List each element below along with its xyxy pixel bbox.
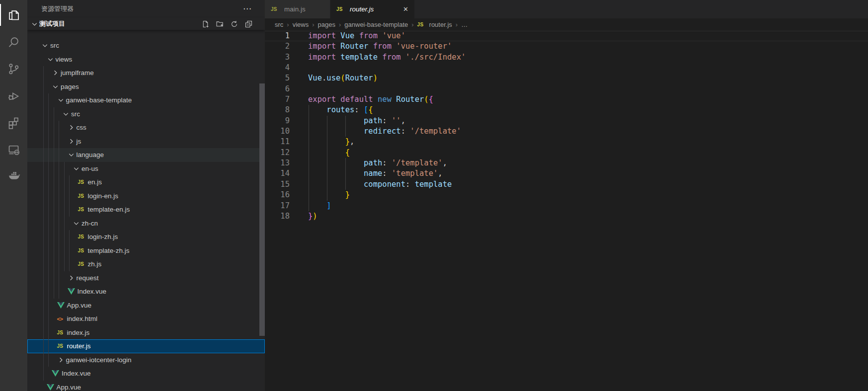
code-line-10[interactable]: 10 redirect: '/template' xyxy=(265,126,868,137)
code-token: { xyxy=(429,95,433,104)
code-line-5[interactable]: 5Vue.use(Router) xyxy=(265,73,868,83)
indent-guide xyxy=(64,175,65,189)
tree-item-src[interactable]: src xyxy=(27,107,265,121)
indent-guide xyxy=(43,244,44,258)
tree-item-login-zh.js[interactable]: JSlogin-zh.js xyxy=(27,230,265,244)
activity-search[interactable] xyxy=(0,28,27,55)
tree-item-label: zh-cn xyxy=(81,220,98,227)
chevron-down-icon xyxy=(73,220,81,227)
tree-item-template-en.js[interactable]: JStemplate-en.js xyxy=(27,203,265,217)
js-file-icon: JS xyxy=(78,234,87,239)
tree-item-label: request xyxy=(77,274,99,282)
line-number: 17 xyxy=(265,201,290,211)
activity-source-control[interactable] xyxy=(0,55,27,82)
tab-main.js[interactable]: JSmain.js xyxy=(265,0,330,18)
project-section-header[interactable]: 测试项目 xyxy=(27,18,265,30)
new-file-icon[interactable] xyxy=(201,20,210,28)
indent-guide xyxy=(54,135,54,149)
code-line-15[interactable]: 15 component: template xyxy=(265,179,868,190)
indent-guide xyxy=(64,230,65,244)
sidebar-scrollbar[interactable] xyxy=(259,83,265,336)
code-line-2[interactable]: 2import Router from 'vue-router' xyxy=(265,41,868,52)
code-line-1[interactable]: 1import Vue from 'vue' xyxy=(265,31,868,41)
indent-guide xyxy=(69,230,70,244)
code-token: 'template' xyxy=(392,169,438,178)
code-editor[interactable]: 1import Vue from 'vue'2import Router fro… xyxy=(265,31,868,391)
tree-item-css[interactable]: css xyxy=(27,121,265,135)
indent-guide xyxy=(64,189,65,203)
indent-guide xyxy=(54,217,54,231)
indent-guide xyxy=(309,137,309,147)
tree-item-views[interactable]: views xyxy=(27,53,265,67)
tree-item-src[interactable]: src xyxy=(27,39,265,53)
tree-item-en.js[interactable]: JSen.js xyxy=(27,175,265,189)
tree-item-label: login-en.js xyxy=(88,192,119,200)
tree-item-login-en.js[interactable]: JSlogin-en.js xyxy=(27,189,265,203)
tree-item-ganwei-iotcenter-login[interactable]: ganwei-iotcenter-login xyxy=(27,353,265,367)
new-folder-icon[interactable] xyxy=(216,20,224,28)
js-file-icon: JS xyxy=(78,207,87,212)
tree-item-en-us[interactable]: en-us xyxy=(27,162,265,176)
breadcrumb-item-…[interactable]: … xyxy=(461,21,468,28)
indent-guide xyxy=(43,367,44,381)
code-token: default xyxy=(340,95,373,104)
activity-remote-explorer[interactable] xyxy=(0,136,27,162)
code-line-13[interactable]: 13 path: '/template', xyxy=(265,158,868,168)
tree-item-label: zh.js xyxy=(88,260,102,268)
tree-item-ganwei-base-template[interactable]: ganwei-base-template xyxy=(27,93,265,107)
close-icon[interactable]: ✕ xyxy=(403,5,408,13)
breadcrumb-label: views xyxy=(293,21,309,28)
breadcrumb-item-router.js[interactable]: JSrouter.js xyxy=(417,21,452,28)
code-line-14[interactable]: 14 name: 'template', xyxy=(265,168,868,179)
code-line-12[interactable]: 12 { xyxy=(265,148,868,158)
code-line-8[interactable]: 8 routes: [{ xyxy=(265,105,868,115)
tree-item-jumplframe[interactable]: jumplframe xyxy=(27,66,265,80)
tree-item-index.html[interactable]: <>index.html xyxy=(27,312,265,326)
tree-item-zh-cn[interactable]: zh-cn xyxy=(27,217,265,231)
indent-guide xyxy=(309,148,309,158)
code-line-18[interactable]: 18}) xyxy=(265,211,868,222)
indent-guide xyxy=(48,326,49,340)
tree-item-Index.vue[interactable]: Index.vue xyxy=(27,367,265,381)
code-token xyxy=(359,105,364,114)
code-token: name xyxy=(364,169,382,178)
code-line-9[interactable]: 9 path: '', xyxy=(265,116,868,126)
indent-guide xyxy=(54,244,54,258)
tree-item-pages[interactable]: pages xyxy=(27,80,265,94)
code-line-4[interactable]: 4 xyxy=(265,63,868,73)
activity-docker[interactable] xyxy=(0,162,27,189)
breadcrumb-item-src[interactable]: src xyxy=(275,21,283,28)
code-line-3[interactable]: 3import template from './src/Index' xyxy=(265,52,868,63)
code-token xyxy=(387,116,392,125)
code-line-11[interactable]: 11 }, xyxy=(265,137,868,147)
tree-item-App.vue[interactable]: App.vue xyxy=(27,299,265,313)
tree-item-router.js[interactable]: JSrouter.js xyxy=(27,339,265,353)
tree-item-App.vue[interactable]: App.vue xyxy=(27,381,265,391)
tree-item-zh.js[interactable]: JSzh.js xyxy=(27,257,265,271)
code-token xyxy=(308,116,364,125)
activity-extensions[interactable] xyxy=(0,109,27,136)
collapse-all-icon[interactable] xyxy=(244,20,253,28)
tree-item-Index.vue[interactable]: Index.vue xyxy=(27,285,265,299)
breadcrumb-item-views[interactable]: views xyxy=(293,21,309,28)
code-line-7[interactable]: 7export default new Router({ xyxy=(265,94,868,105)
code-token: , xyxy=(438,169,442,178)
refresh-icon[interactable] xyxy=(230,20,238,28)
tree-item-request[interactable]: request xyxy=(27,271,265,285)
activity-explorer[interactable] xyxy=(0,1,27,28)
breadcrumb-item-pages[interactable]: pages xyxy=(318,21,335,28)
breadcrumb-item-ganwei-base-template[interactable]: ganwei-base-template xyxy=(344,21,408,28)
code-line-6[interactable]: 6 xyxy=(265,84,868,94)
tab-router.js[interactable]: JSrouter.js✕ xyxy=(330,0,415,18)
line-number: 16 xyxy=(265,190,290,200)
activity-run-debug[interactable] xyxy=(0,82,27,109)
code-line-16[interactable]: 16 } xyxy=(265,190,868,200)
tree-item-index.js[interactable]: JSindex.js xyxy=(27,326,265,340)
tree-item-language[interactable]: language xyxy=(27,148,265,162)
code-line-17[interactable]: 17 ] xyxy=(265,201,868,211)
ellipsis-icon[interactable]: ⋯ xyxy=(243,6,252,11)
code-token: { xyxy=(368,105,373,114)
tree-item-template-zh.js[interactable]: JStemplate-zh.js xyxy=(27,244,265,258)
tree-item-js[interactable]: js xyxy=(27,135,265,149)
tree-item-label: ganwei-iotcenter-login xyxy=(66,356,132,364)
